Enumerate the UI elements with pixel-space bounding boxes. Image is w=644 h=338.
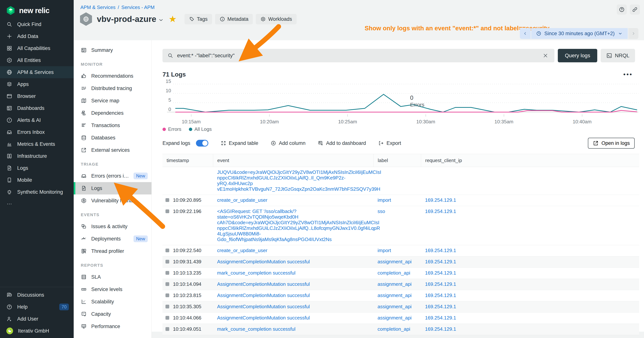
sidebar-item-dashboards[interactable]: Dashboards — [0, 102, 74, 114]
remove-column-label-button[interactable] — [412, 158, 417, 163]
table-row[interactable]: 10:10:44.066 AssignmentCompletionMutatio… — [162, 312, 639, 324]
sidebar-item-synthetic-monitoring[interactable]: Synthetic Monitoring — [0, 186, 74, 198]
open-in-logs-button[interactable]: Open in logs — [588, 138, 635, 149]
table-row[interactable]: 10:10:35.305 AssignmentCompletionMutatio… — [162, 301, 639, 312]
subnav-item-capacity[interactable]: Capacity — [74, 308, 152, 320]
time-forward-button[interactable] — [628, 28, 638, 39]
sidebar-item-iterativ-gmbh[interactable]: Iterativ GmbH — [0, 325, 74, 337]
subnav-item-issues-activity[interactable]: Issues & activity — [74, 220, 152, 233]
table-row[interactable]: 10:09:22.196 <ASGIRequest: GET '/sso/cal… — [162, 206, 639, 245]
subnav-item-vulnerability-management[interactable]: Vulnerability Management — [74, 194, 152, 207]
clear-query-button[interactable] — [541, 52, 550, 59]
cell-event[interactable]: mark_course_completion successful — [213, 326, 374, 332]
cell-request-client-ip[interactable]: 169.254.129.1 — [421, 259, 639, 265]
remove-column-event-button[interactable] — [364, 158, 369, 163]
cell-label[interactable]: completion_api — [374, 270, 421, 276]
cell-request-client-ip[interactable]: 169.254.129.1 — [421, 315, 639, 321]
subnav-item-deployments[interactable]: Deployments New — [74, 233, 152, 245]
sidebar-item-help[interactable]: Help 70 — [0, 301, 74, 313]
add-column-button[interactable]: Add column — [270, 140, 306, 146]
table-row[interactable]: JUQVU&code=eyJraWQiOiJjcGItY29yZV8wOTI1M… — [162, 167, 639, 195]
export-button[interactable]: Export — [378, 140, 401, 146]
table-row[interactable]: 10:09:20.895 create_or_update_user impor… — [162, 195, 639, 206]
remove-column-request-client-ip-button[interactable] — [630, 158, 635, 163]
table-row[interactable]: 10:11:00.311 AssignmentCompletionMutatio… — [162, 335, 639, 338]
subnav-item-logs[interactable]: Logs — [74, 182, 152, 194]
cell-request-client-ip[interactable]: 169.254.129.1 — [421, 292, 639, 298]
subnav-item-service-map[interactable]: Service map — [74, 95, 152, 107]
cell-event[interactable]: JUQVU&code=eyJraWQiOiJjcGItY29yZV8wOTI1M… — [213, 169, 374, 192]
cell-label[interactable]: completion_api — [374, 326, 421, 332]
sidebar-item-all-capabilities[interactable]: All Capabilities — [0, 42, 74, 54]
cell-label[interactable]: sso — [374, 208, 421, 214]
subnav-item-external-services[interactable]: External services — [74, 144, 152, 156]
remove-column-timestamp-button[interactable] — [204, 158, 209, 163]
table-row[interactable]: 10:10:23.815 AssignmentCompletionMutatio… — [162, 290, 639, 301]
cell-event[interactable]: mark_course_completion successful — [213, 270, 374, 276]
time-back-button[interactable] — [520, 28, 531, 39]
time-range-button[interactable]: Since 30 minutes ago (GMT+2) — [531, 28, 628, 39]
cell-event[interactable]: AssignmentCompletionMutation successful — [213, 259, 374, 264]
subnav-item-performance[interactable]: Performance — [74, 320, 152, 332]
entity-action-tags[interactable]: Tags — [184, 14, 212, 24]
cell-request-client-ip[interactable]: 169.254.129.1 — [421, 197, 639, 203]
subnav-item-thread-profiler[interactable]: Thread profiler — [74, 245, 152, 257]
log-query-input[interactable] — [177, 52, 538, 59]
cell-request-client-ip[interactable]: 169.254.129.1 — [421, 281, 639, 287]
subnav-item-transactions[interactable]: Transactions — [74, 119, 152, 132]
cell-label[interactable]: import — [374, 197, 421, 203]
sidebar-item-alerts-ai[interactable]: Alerts & AI — [0, 114, 74, 126]
subnav-item-recommendations[interactable]: Recommendations — [74, 70, 152, 82]
sidebar-item-discussions[interactable]: Discussions — [0, 289, 74, 301]
table-row[interactable]: 10:09:22.540 create_or_update_user impor… — [162, 245, 639, 256]
favorite-star-icon[interactable]: ★ — [169, 15, 177, 24]
cell-request-client-ip[interactable]: 169.254.129.1 — [421, 304, 639, 309]
subnav-item-scalability[interactable]: Scalability — [74, 295, 152, 308]
cell-label[interactable]: assignment_api — [374, 304, 421, 309]
cell-event[interactable]: AssignmentCompletionMutation successful — [213, 315, 374, 320]
cell-label[interactable]: assignment_api — [374, 292, 421, 298]
cell-event[interactable]: AssignmentCompletionMutation successful — [213, 281, 374, 287]
subnav-item-sla[interactable]: SLA — [74, 271, 152, 283]
entity-action-workloads[interactable]: Workloads — [256, 14, 296, 24]
sidebar-item-all-entities[interactable]: All Entities — [0, 54, 74, 66]
expand-logs-toggle[interactable] — [196, 140, 208, 147]
table-row[interactable]: 10:10:14.094 AssignmentCompletionMutatio… — [162, 279, 639, 290]
entity-name[interactable]: vbv-prod-azure — [97, 15, 156, 24]
sidebar-item-browser[interactable]: Browser — [0, 90, 74, 102]
overflow-menu-button[interactable]: ••• — [623, 73, 633, 76]
cell-request-client-ip[interactable]: 169.254.129.1 — [421, 326, 639, 332]
sidebar-item-add-data[interactable]: Add Data — [0, 30, 74, 42]
breadcrumb-apm-services[interactable]: APM & Services — [80, 5, 116, 10]
newrelic-logo[interactable]: new relic — [0, 0, 74, 16]
add-to-dashboard-button[interactable]: Add to dashboard — [318, 140, 366, 146]
subnav-item-errors-errors-inb[interactable]: Errors (errors inb... New — [74, 170, 152, 182]
sidebar-item-apps[interactable]: Apps — [0, 78, 74, 90]
sidebar-item-apm-services[interactable]: APM & Services — [0, 66, 74, 78]
subnav-item-service-levels[interactable]: Service levels — [74, 283, 152, 295]
table-row[interactable]: 10:10:49.051 mark_course_completion succ… — [162, 324, 639, 335]
sidebar-item-mobile[interactable]: Mobile — [0, 174, 74, 186]
cell-event[interactable]: create_or_update_user — [213, 197, 374, 203]
sidebar-item-add-user[interactable]: Add User — [0, 313, 74, 325]
legend-errors[interactable]: Errors — [162, 126, 182, 132]
subnav-item-dependencies[interactable]: Dependencies — [74, 107, 152, 119]
entity-chevron-down-icon[interactable] — [158, 17, 164, 23]
nrql-button[interactable]: NRQL — [600, 49, 635, 62]
entity-action-metadata[interactable]: Metadata — [215, 14, 253, 24]
cell-request-client-ip[interactable]: 169.254.129.1 — [421, 248, 639, 253]
cell-request-client-ip[interactable]: 169.254.129.1 — [421, 208, 639, 214]
subnav-item-summary[interactable]: Summary — [74, 44, 152, 56]
sidebar-item-infrastructure[interactable]: Infrastructure — [0, 150, 74, 162]
cell-request-client-ip[interactable]: 169.254.129.1 — [421, 270, 639, 276]
sidebar-item-errors-inbox[interactable]: Errors Inbox — [0, 126, 74, 138]
permalink-button[interactable] — [630, 5, 640, 15]
cell-event[interactable]: <ASGIRequest: GET '/sso/callback/?state=… — [213, 208, 374, 242]
sidebar-item-quick-find[interactable]: Quick Find — [0, 18, 74, 30]
subnav-item-distributed-tracing[interactable]: Distributed tracing — [74, 82, 152, 95]
cell-label[interactable]: import — [374, 248, 421, 253]
cell-label[interactable]: assignment_api — [374, 315, 421, 321]
sidebar-item-logs[interactable]: Logs — [0, 162, 74, 174]
help-button[interactable] — [617, 5, 627, 15]
sidebar-item-metrics-events[interactable]: Metrics & Events — [0, 138, 74, 150]
